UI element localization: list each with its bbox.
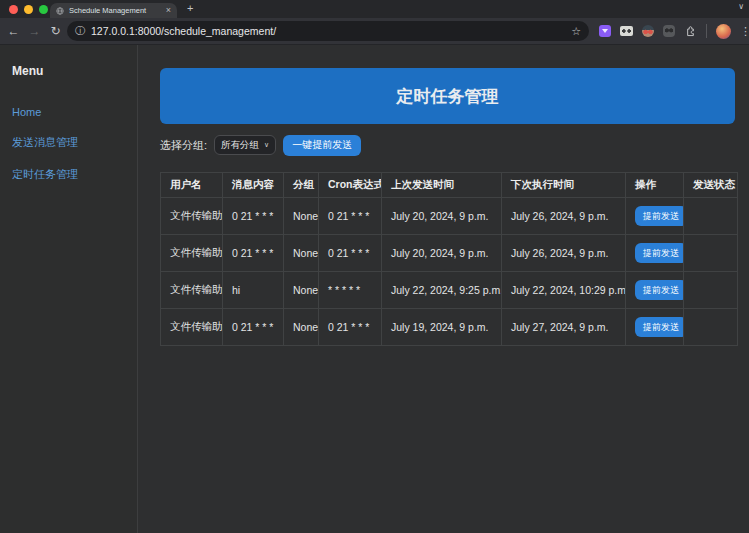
table-row: 文件传输助手0 21 * * *None0 21 * * *July 19, 2… — [161, 309, 738, 346]
cell-message: 0 21 * * * — [223, 198, 284, 235]
cell-action: 提前发送 — [626, 235, 684, 272]
group-select[interactable]: 所有分组 ∨ — [214, 135, 276, 155]
browser-toolbar: ← → ↻ ⓘ 127.0.0.1:8000/schedule_manageme… — [0, 18, 749, 45]
toolbar-separator — [706, 24, 707, 38]
browser-window: Schedule Management × + ∨ ← → ↻ ⓘ 127.0.… — [0, 0, 749, 533]
extensions-area: ⋮ — [599, 24, 749, 39]
cell-next-run: July 27, 2024, 9 p.m. — [502, 309, 626, 346]
forward-icon: → — [24, 24, 45, 38]
main-content: 定时任务管理 选择分组: 所有分组 ∨ 一键提前发送 用户名消息内容分组Cron… — [139, 45, 749, 533]
tab-overview-chevron-icon[interactable]: ∨ — [738, 2, 744, 11]
tasks-table: 用户名消息内容分组Cron表达式上次发送时间下次执行时间操作发送状态 文件传输助… — [160, 172, 738, 346]
cell-cron: 0 21 * * * — [319, 198, 382, 235]
tab-close-icon[interactable]: × — [166, 6, 171, 15]
cell-message: 0 21 * * * — [223, 309, 284, 346]
column-header: 下次执行时间 — [502, 173, 626, 198]
send-early-button[interactable]: 提前发送 — [635, 280, 684, 300]
sidebar-item-home[interactable]: Home — [12, 106, 125, 118]
cell-cron: * * * * * — [319, 272, 382, 309]
purple-extension-icon[interactable] — [599, 25, 611, 37]
bookmark-star-icon[interactable]: ☆ — [571, 25, 581, 38]
column-header: 发送状态 — [684, 173, 738, 198]
table-row: 文件传输助手0 21 * * *None0 21 * * *July 20, 2… — [161, 235, 738, 272]
back-icon[interactable]: ← — [3, 24, 24, 38]
extensions-puzzle-icon[interactable] — [684, 25, 697, 38]
browser-tab[interactable]: Schedule Management × — [50, 3, 177, 18]
sidebar-item-schedule-management[interactable]: 定时任务管理 — [12, 167, 125, 182]
cell-send-status — [684, 272, 738, 309]
send-early-button[interactable]: 提前发送 — [635, 206, 684, 226]
tab-title: Schedule Management — [69, 6, 161, 15]
cell-cron: 0 21 * * * — [319, 309, 382, 346]
robot-extension-icon[interactable] — [620, 26, 633, 36]
cell-action: 提前发送 — [626, 198, 684, 235]
cell-send-status — [684, 309, 738, 346]
sidebar-nav: Home发送消息管理定时任务管理 — [12, 106, 125, 182]
page: Menu Home发送消息管理定时任务管理 定时任务管理 选择分组: 所有分组 … — [0, 45, 749, 533]
chevron-down-icon: ∨ — [264, 141, 269, 149]
column-header: Cron表达式 — [319, 173, 382, 198]
cell-action: 提前发送 — [626, 309, 684, 346]
group-filter-label: 选择分组: — [160, 138, 207, 153]
table-header-row: 用户名消息内容分组Cron表达式上次发送时间下次执行时间操作发送状态 — [161, 173, 738, 198]
traffic-lights — [9, 5, 48, 14]
cell-group: None — [284, 272, 319, 309]
column-header: 上次发送时间 — [382, 173, 502, 198]
sidebar-title: Menu — [12, 64, 125, 78]
cell-send-status — [684, 198, 738, 235]
table-row: 文件传输助手hiNone* * * * *July 22, 2024, 9:25… — [161, 272, 738, 309]
group-select-value: 所有分组 — [221, 139, 259, 152]
reload-icon[interactable]: ↻ — [45, 24, 66, 38]
send-early-button[interactable]: 提前发送 — [635, 243, 684, 263]
cell-group: None — [284, 309, 319, 346]
new-tab-button[interactable]: + — [187, 2, 193, 14]
cell-username: 文件传输助手 — [161, 235, 223, 272]
cell-send-status — [684, 235, 738, 272]
cell-message: hi — [223, 272, 284, 309]
face-extension-icon[interactable] — [642, 25, 654, 37]
cell-next-run: July 26, 2024, 9 p.m. — [502, 235, 626, 272]
minimize-window-button[interactable] — [24, 5, 33, 14]
cell-next-run: July 26, 2024, 9 p.m. — [502, 198, 626, 235]
cell-last-sent: July 20, 2024, 9 p.m. — [382, 235, 502, 272]
cell-last-sent: July 22, 2024, 9:25 p.m. — [382, 272, 502, 309]
cell-action: 提前发送 — [626, 272, 684, 309]
cell-username: 文件传输助手 — [161, 309, 223, 346]
page-banner: 定时任务管理 — [160, 68, 735, 124]
column-header: 分组 — [284, 173, 319, 198]
column-header: 消息内容 — [223, 173, 284, 198]
cell-last-sent: July 19, 2024, 9 p.m. — [382, 309, 502, 346]
sidebar-item-send-message-management[interactable]: 发送消息管理 — [12, 135, 125, 150]
cell-last-sent: July 20, 2024, 9 p.m. — [382, 198, 502, 235]
filter-row: 选择分组: 所有分组 ∨ 一键提前发送 — [160, 133, 749, 157]
globe-favicon-icon — [56, 7, 64, 15]
bulk-send-early-button[interactable]: 一键提前发送 — [283, 135, 361, 156]
table-row: 文件传输助手0 21 * * *None0 21 * * *July 20, 2… — [161, 198, 738, 235]
column-header: 操作 — [626, 173, 684, 198]
site-info-icon[interactable]: ⓘ — [75, 24, 85, 38]
profile-avatar[interactable] — [716, 24, 731, 39]
cell-username: 文件传输助手 — [161, 198, 223, 235]
cell-group: None — [284, 235, 319, 272]
browser-menu-icon[interactable]: ⋮ — [740, 25, 749, 38]
cell-next-run: July 22, 2024, 10:29 p.m. — [502, 272, 626, 309]
send-early-button[interactable]: 提前发送 — [635, 317, 684, 337]
close-window-button[interactable] — [9, 5, 18, 14]
cell-message: 0 21 * * * — [223, 235, 284, 272]
url-text[interactable]: 127.0.0.1:8000/schedule_management/ — [91, 25, 565, 37]
address-bar[interactable]: ⓘ 127.0.0.1:8000/schedule_management/ ☆ — [67, 21, 589, 41]
tab-bar: Schedule Management × + ∨ — [0, 0, 749, 18]
cell-cron: 0 21 * * * — [319, 235, 382, 272]
page-title: 定时任务管理 — [397, 85, 499, 108]
column-header: 用户名 — [161, 173, 223, 198]
skull-extension-icon[interactable] — [663, 25, 675, 37]
zoom-window-button[interactable] — [39, 5, 48, 14]
table-body: 文件传输助手0 21 * * *None0 21 * * *July 20, 2… — [161, 198, 738, 346]
cell-group: None — [284, 198, 319, 235]
sidebar: Menu Home发送消息管理定时任务管理 — [0, 45, 138, 533]
cell-username: 文件传输助手 — [161, 272, 223, 309]
